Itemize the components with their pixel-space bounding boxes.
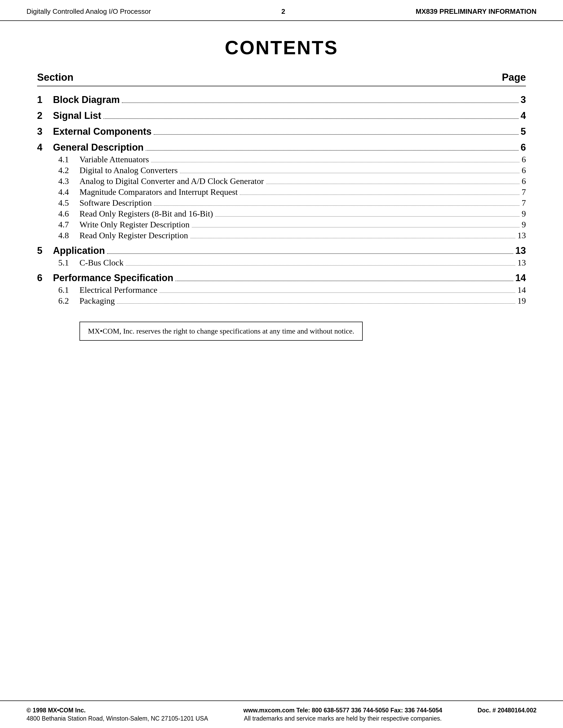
toc-sub-title: Read Only Register Description [79,231,188,240]
notice-text: MX•COM, Inc. reserves the right to chang… [88,327,354,335]
toc-sub-entry: 6.2Packaging19 [37,296,526,306]
toc-sub-num: 4.1 [58,155,79,164]
toc-sub-num: 4.5 [58,198,79,208]
toc-sub-dots [215,216,520,217]
toc-sub-entry: 4.7Write Only Register Description9 [37,220,526,230]
footer-doc-number: Doc. # 20480164.002 [477,707,537,714]
toc-sub-title: Read Only Registers (8-Bit and 16-Bit) [79,209,213,219]
toc-section-label: Section [37,72,73,83]
toc-entry-title: Signal List [53,110,101,121]
toc-sub-page: 6 [522,165,526,175]
toc-entry-num: 5 [37,245,53,256]
toc-entry-page: 4 [521,110,526,121]
toc-sub-entry: 6.1Electrical Performance14 [37,285,526,295]
toc-sub-entry: 4.3Analog to Digital Converter and A/D C… [37,176,526,186]
toc-sub-entry: 5.1C-Bus Clock13 [37,258,526,268]
toc-header-row: Section Page [37,72,526,86]
toc-entry-dots [103,118,519,119]
toc-sub-num: 4.6 [58,209,79,219]
toc-entry-num: 3 [37,126,53,137]
toc-sub-page: 6 [522,176,526,186]
toc-sub-dots [266,184,520,184]
toc-sub-page: 7 [522,198,526,208]
main-content: CONTENTS Section Page 1Block Diagram32Si… [0,21,563,700]
toc-page-label: Page [502,72,526,83]
toc-entry-title: Application [53,245,105,256]
toc-sub-dots [117,303,515,304]
toc-sub-page: 13 [517,258,526,268]
toc-sub-title: Magnitude Comparators and Interrupt Requ… [79,187,238,197]
toc-entry-title: External Components [53,126,151,137]
toc-sub-dots [192,227,520,227]
toc-sub-num: 6.1 [58,285,79,295]
toc-sub-dots [154,205,520,206]
toc-sub-entry: 4.1Variable Attenuators6 [37,155,526,164]
toc-entry-page: 6 [521,142,526,153]
toc-sub-title: Packaging [79,296,115,306]
footer-right: Doc. # 20480164.002 [477,707,537,714]
toc-entry: 5Application13 [37,245,526,256]
toc-sub-page: 14 [517,285,526,295]
toc-entry-dots [122,102,519,103]
toc-sub-title: Variable Attenuators [79,155,149,164]
toc-sub-num: 4.2 [58,165,79,175]
footer-trademark: All trademarks and service marks are hel… [243,715,443,722]
toc-entry-title: Performance Specification [53,272,173,284]
toc-sub-page: 6 [522,155,526,164]
toc-sub-title: Analog to Digital Converter and A/D Cloc… [79,176,264,186]
toc-entry-dots [146,150,519,151]
toc-sub-entry: 4.5Software Description7 [37,198,526,208]
toc-sub-dots [151,162,520,162]
page-header: Digitally Controlled Analog I/O Processo… [0,0,563,21]
toc-sub-entry: 4.4Magnitude Comparators and Interrupt R… [37,187,526,197]
toc-entry-title: General Description [53,142,144,153]
page-footer: © 1998 MX•COM Inc. 4800 Bethania Station… [0,700,563,728]
toc-sub-page: 19 [517,296,526,306]
toc-entry-dots [154,134,519,135]
toc-entry: 2Signal List4 [37,110,526,121]
footer-left: © 1998 MX•COM Inc. 4800 Bethania Station… [26,707,208,722]
toc-sub-dots [240,195,520,195]
toc-sub-num: 6.2 [58,296,79,306]
footer-copyright: © 1998 MX•COM Inc. [26,707,208,714]
toc-entry-num: 6 [37,272,53,284]
toc-entry-page: 5 [521,126,526,137]
toc-sub-page: 9 [522,209,526,219]
toc-entry-page: 14 [515,272,526,284]
toc-sub-num: 4.8 [58,231,79,240]
toc-sub-title: Digital to Analog Converters [79,165,178,175]
toc-sub-title: Software Description [79,198,152,208]
header-left-text: Digitally Controlled Analog I/O Processo… [26,7,151,16]
toc-sub-page: 13 [517,231,526,240]
toc-sub-page: 9 [522,220,526,230]
toc-entry-num: 1 [37,94,53,105]
footer-center: www.mxcom.com Tele: 800 638-5577 336 744… [243,707,443,722]
toc-sub-title: C-Bus Clock [79,258,123,268]
page: Digitally Controlled Analog I/O Processo… [0,0,563,728]
toc-entry: 3External Components5 [37,126,526,137]
toc-entry-title: Block Diagram [53,94,120,105]
toc-sub-entry: 4.8Read Only Register Description13 [37,231,526,240]
toc-sub-dots [126,265,515,266]
toc-entry: 1Block Diagram3 [37,94,526,105]
toc-sub-num: 4.3 [58,176,79,186]
notice-box: MX•COM, Inc. reserves the right to chang… [79,322,363,341]
toc-entry-page: 13 [515,245,526,256]
toc-sub-dots [190,238,515,238]
toc-sub-entry: 4.2Digital to Analog Converters6 [37,165,526,175]
toc-sub-title: Electrical Performance [79,285,157,295]
header-right-text: MX839 PRELIMINARY INFORMATION [416,7,537,16]
toc-sub-num: 5.1 [58,258,79,268]
toc-entry-num: 2 [37,110,53,121]
toc-entry: 4General Description6 [37,142,526,153]
toc-sub-title: Write Only Register Description [79,220,190,230]
toc-sub-num: 4.7 [58,220,79,230]
toc-entry-page: 3 [521,94,526,105]
toc-list: 1Block Diagram32Signal List43External Co… [37,94,526,306]
toc-sub-num: 4.4 [58,187,79,197]
page-title: CONTENTS [37,37,526,59]
toc-sub-entry: 4.6Read Only Registers (8-Bit and 16-Bit… [37,209,526,219]
footer-address: 4800 Bethania Station Road, Winston-Sale… [26,715,208,722]
footer-website: www.mxcom.com Tele: 800 638-5577 336 744… [243,707,443,714]
header-page-number: 2 [282,7,285,16]
